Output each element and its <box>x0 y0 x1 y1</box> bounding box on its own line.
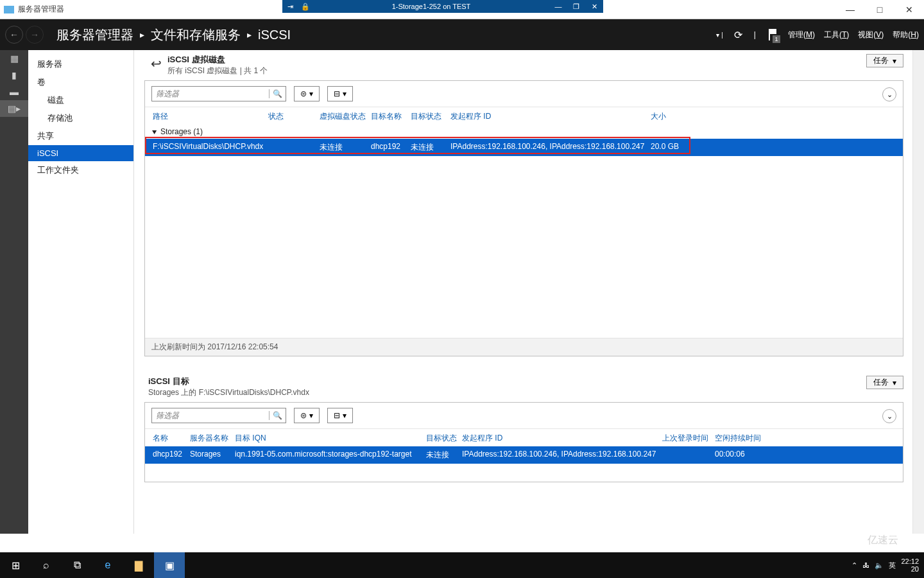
back-button[interactable]: ← <box>5 26 23 44</box>
col-vdisk-status[interactable]: 虚拟磁盘状态 <box>317 111 368 122</box>
chevron-down-icon: ▾ <box>893 378 896 387</box>
tray-network-icon[interactable]: 🖧 <box>862 561 869 569</box>
sidebar-item-pools[interactable]: 存储池 <box>28 109 133 127</box>
sidebar-item-disks[interactable]: 磁盘 <box>28 91 133 109</box>
left-icon-strip: ▦ ▮ ▬ ▤▸ <box>0 50 28 534</box>
save-query-button[interactable]: ⊟ ▾ <box>327 86 353 101</box>
tray-volume-icon[interactable]: 🔈 <box>875 561 884 570</box>
panel-virtual-disks-title: iSCSI 虚拟磁盘 <box>167 54 268 66</box>
rdp-minimize-button[interactable]: — <box>549 3 567 11</box>
tasks-dropdown-vdisks[interactable]: 任务▾ <box>866 54 903 67</box>
collapse-toggle-targets[interactable]: ⌄ <box>882 409 896 423</box>
col-initiator[interactable]: 发起程序 ID <box>448 111 648 122</box>
start-button[interactable]: ⊞ <box>0 552 31 578</box>
separator: | <box>754 30 756 39</box>
watermark: 亿速云 <box>861 532 905 548</box>
col-target-status[interactable]: 目标状态 <box>408 111 448 122</box>
panel-targets-subtitle: Storages 上的 F:\iSCSIVirtualDisks\DHCP.vh… <box>148 387 309 398</box>
chevron-down-icon: ▾ <box>893 57 896 66</box>
strip-servers-icon[interactable]: ▮ <box>0 67 28 83</box>
targets-panel: ⌄ 🔍 ⊜ ▾ ⊟ ▾ 名称 服务器名称 目标 IQN 目标状态 发起程序 ID… <box>144 402 903 482</box>
sidebar-item-shares[interactable]: 共享 <box>28 127 133 145</box>
outer-minimize-button[interactable]: — <box>835 0 865 19</box>
col-target-name[interactable]: 目标名称 <box>368 111 408 122</box>
strip-all-icon[interactable]: ▬ <box>0 83 28 100</box>
search-button[interactable]: ⌕ <box>31 552 62 578</box>
view-options-button[interactable]: ⊜ ▾ <box>294 86 320 101</box>
tasks-dropdown-targets[interactable]: 任务▾ <box>866 376 903 389</box>
filter-input-vdisks[interactable] <box>152 89 269 98</box>
panel-back-icon[interactable]: ↩ <box>144 54 167 73</box>
outer-close-button[interactable]: ✕ <box>894 0 924 19</box>
panel-targets-title: iSCSI 目标 <box>148 376 309 387</box>
search-icon[interactable]: 🔍 <box>269 89 286 98</box>
crumb-root[interactable]: 服务器管理器 <box>56 26 133 44</box>
tray-ime[interactable]: 英 <box>889 561 896 570</box>
explorer-icon[interactable]: ▇ <box>123 552 154 578</box>
tray-date: 20 <box>901 565 919 573</box>
sidebar: 服务器 卷 磁盘 存储池 共享 iSCSI 工作文件夹 <box>28 50 134 534</box>
taskview-button[interactable]: ⧉ <box>62 552 92 578</box>
app-icon <box>4 6 14 13</box>
notifications-flag-icon[interactable]: 1 <box>765 28 779 42</box>
search-icon[interactable]: 🔍 <box>269 411 286 420</box>
tray-time[interactable]: 22:12 <box>901 557 919 565</box>
targets-columns: 名称 服务器名称 目标 IQN 目标状态 发起程序 ID 上次登录时间 空闲持续… <box>145 429 903 446</box>
filter-input-wrap-targets: 🔍 <box>151 408 286 423</box>
pin-icon[interactable]: ⇥ <box>282 3 298 11</box>
server-manager-taskbar-icon[interactable]: ▣ <box>154 552 185 578</box>
col-name[interactable]: 名称 <box>150 433 187 444</box>
strip-storage-icon[interactable]: ▤▸ <box>0 100 28 117</box>
col-path[interactable]: 路径 <box>150 111 266 122</box>
lock-icon: 🔒 <box>298 3 313 11</box>
filter-input-wrap: 🔍 <box>151 86 286 101</box>
group-storages[interactable]: ▾Storages (1) <box>145 125 903 139</box>
col-last-login[interactable]: 上次登录时间 <box>660 433 712 444</box>
col-status[interactable]: 状态 <box>266 111 317 122</box>
panel-virtual-disks-subtitle: 所有 iSCSI 虚拟磁盘 | 共 1 个 <box>167 66 268 76</box>
save-query-button-targets[interactable]: ⊟ ▾ <box>327 408 353 423</box>
ie-icon[interactable]: e <box>92 552 123 578</box>
breadcrumb: 服务器管理器▸ 文件和存储服务▸ iSCSI <box>56 26 291 44</box>
menu-help[interactable]: 帮助(H) <box>893 30 919 40</box>
crumb-fileservices[interactable]: 文件和存储服务 <box>151 26 241 44</box>
sidebar-item-servers[interactable]: 服务器 <box>28 55 133 73</box>
col-idle[interactable]: 空闲持续时间 <box>712 433 770 444</box>
rdp-connection-bar[interactable]: ⇥ 🔒 1-Storage1-252 on TEST — ❐ ✕ <box>282 0 603 13</box>
forward-button[interactable]: → <box>26 26 44 44</box>
tray-up-icon[interactable]: ⌃ <box>851 561 857 570</box>
vdisk-row[interactable]: F:\iSCSIVirtualDisks\DHCP.vhdx 未连接 dhcp1… <box>145 139 903 156</box>
rdp-restore-button[interactable]: ❐ <box>567 3 585 11</box>
sidebar-item-iscsi[interactable]: iSCSI <box>28 145 133 161</box>
breadcrumb-dropdown-icon[interactable]: ▾ | <box>716 31 723 39</box>
refresh-icon[interactable]: ⟳ <box>732 28 745 41</box>
outer-maximize-button[interactable]: □ <box>865 0 894 19</box>
rdp-close-button[interactable]: ✕ <box>585 3 603 11</box>
app-header: ← → 服务器管理器▸ 文件和存储服务▸ iSCSI ▾ | ⟳ | 1 管理(… <box>0 19 924 50</box>
filter-input-targets[interactable] <box>152 411 269 420</box>
menu-tools[interactable]: 工具(T) <box>824 30 849 40</box>
vdisks-footer: 上次刷新时间为 2017/12/16 22:05:54 <box>145 338 903 356</box>
col-initiator2[interactable]: 发起程序 ID <box>459 433 660 444</box>
collapse-toggle[interactable]: ⌄ <box>882 87 896 101</box>
crumb-iscsi[interactable]: iSCSI <box>258 28 291 42</box>
menu-view[interactable]: 视图(V) <box>858 30 884 40</box>
vdisks-columns: 路径 状态 虚拟磁盘状态 目标名称 目标状态 发起程序 ID 大小 <box>145 107 903 125</box>
menu-manage[interactable]: 管理(M) <box>788 30 815 40</box>
strip-dashboard-icon[interactable]: ▦ <box>0 50 28 67</box>
window-title: 服务器管理器 <box>18 4 64 15</box>
sidebar-item-workfolders[interactable]: 工作文件夹 <box>28 161 133 179</box>
main-scrollbar[interactable] <box>912 50 924 534</box>
col-server[interactable]: 服务器名称 <box>187 433 232 444</box>
rdp-title: 1-Storage1-252 on TEST <box>313 3 549 10</box>
col-target-status2[interactable]: 目标状态 <box>424 433 459 444</box>
taskbar: ⊞ ⌕ ⧉ e ▇ ▣ ⌃ 🖧 🔈 英 22:12 20 <box>0 552 924 578</box>
view-options-button-targets[interactable]: ⊜ ▾ <box>294 408 320 423</box>
col-size[interactable]: 大小 <box>648 111 693 122</box>
col-iqn[interactable]: 目标 IQN <box>232 433 424 444</box>
virtual-disks-panel: ⌄ 🔍 ⊜ ▾ ⊟ ▾ 路径 状态 虚拟磁盘状态 目标名称 目标状态 发起程序 … <box>144 80 903 356</box>
target-row[interactable]: dhcp192 Storages iqn.1991-05.com.microso… <box>145 446 903 464</box>
sidebar-item-volumes[interactable]: 卷 <box>28 73 133 91</box>
